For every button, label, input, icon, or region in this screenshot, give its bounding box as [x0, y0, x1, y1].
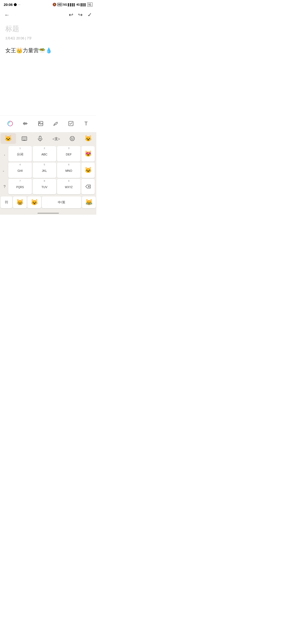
top-navigation: ← ↩ ↪ ✓	[0, 8, 96, 21]
cat-sticker-1-button[interactable]: 🐱	[1, 133, 16, 144]
keyboard-special-row: 🐱 ◁I▷	[0, 132, 96, 145]
text-format-button[interactable]: T	[81, 119, 91, 128]
symbol-key-label: 符	[5, 200, 8, 205]
back-button[interactable]: ←	[4, 12, 10, 18]
cat-sticker-2-button[interactable]: 😺	[80, 133, 96, 144]
svg-rect-20	[39, 136, 41, 139]
status-bar: 20:06 ⬟ ··· 🔕 HD 5G ▌▌▌▌ 4G ▌▌▌ 91	[0, 0, 96, 8]
punct-period-key[interactable]: 。	[1, 162, 8, 178]
key-4-ghi[interactable]: 4 GHI	[8, 162, 32, 178]
lang-switch-label: 中/英	[58, 200, 65, 205]
handwrite-button[interactable]	[51, 119, 60, 128]
emoji-button[interactable]	[64, 133, 80, 144]
cat-sticker-4-key[interactable]: 🐱	[81, 162, 95, 178]
cat-sticker-bottom-3-key[interactable]: 😹	[82, 196, 96, 208]
battery-indicator: 91	[87, 2, 93, 7]
keyboard-layout-button[interactable]	[17, 133, 32, 144]
note-area[interactable]: 标题 3月4日 20:06 | 7字 女王👑力量营🥗💧	[0, 21, 96, 57]
undo-button[interactable]: ↩	[69, 12, 73, 18]
image-button[interactable]	[36, 119, 45, 128]
battery-level: 91	[88, 3, 92, 6]
cat-sticker-bottom-1-key[interactable]: 😸	[13, 196, 27, 208]
checkbox-button[interactable]	[66, 119, 76, 128]
confirm-button[interactable]: ✓	[88, 12, 92, 18]
signal-icon: ▌▌▌▌	[68, 3, 75, 6]
note-title-placeholder[interactable]: 标题	[5, 24, 91, 33]
note-date-wordcount: 3月4日 20:06 | 7字	[5, 36, 32, 41]
svg-point-22	[70, 136, 74, 141]
note-meta: 3月4日 20:06 | 7字	[5, 36, 91, 41]
key-6-mno[interactable]: 6 MNO	[57, 162, 81, 178]
home-indicator	[37, 213, 59, 214]
tiktok-icon: ⬟	[14, 2, 17, 7]
ai-button[interactable]	[5, 119, 15, 128]
toolbar: T	[0, 115, 96, 132]
lang-switch-key[interactable]: 中/英	[42, 196, 81, 208]
hd-badge: HD	[57, 3, 62, 6]
svg-point-24	[73, 138, 73, 138]
punct-comma-key[interactable]: ,	[1, 146, 8, 162]
symbol-key[interactable]: 符	[1, 196, 12, 208]
dots-icon: ···	[18, 3, 20, 6]
cursor-select-button[interactable]: ◁I▷	[48, 133, 64, 144]
key-5-jkl[interactable]: 5 JKL	[33, 162, 56, 178]
delete-key[interactable]	[81, 179, 95, 194]
4g-icon: 4G	[76, 3, 80, 6]
5g-icon: 5G	[63, 3, 67, 6]
key-9-wxyz[interactable]: 9 WXYZ	[57, 179, 81, 194]
keyboard-bottom-row: 符 😸 😺 中/英 😹	[0, 195, 96, 209]
status-icons: 🔕 HD 5G ▌▌▌▌ 4G ▌▌▌ 91	[52, 2, 93, 7]
signal2-icon: ▌▌▌	[81, 3, 86, 6]
svg-point-23	[71, 138, 72, 138]
punct-question-key[interactable]: ?	[1, 178, 8, 194]
key-2-abc[interactable]: 2 ABC	[33, 146, 56, 162]
voice-button[interactable]	[21, 119, 30, 128]
key-1-fenci[interactable]: 1 分词	[8, 146, 32, 162]
svg-rect-10	[22, 137, 26, 141]
mic-button[interactable]	[32, 133, 48, 144]
status-time: 20:06	[4, 3, 13, 7]
note-body[interactable]: 女王👑力量营🥗💧	[5, 46, 91, 55]
vibrate-icon: 🔕	[52, 3, 56, 6]
cat-sticker-3-key[interactable]: 😻	[81, 146, 95, 162]
redo-button[interactable]: ↪	[78, 12, 83, 18]
key-7-pqrs[interactable]: 7 PQRS	[8, 179, 32, 194]
keyboard[interactable]: 🐱 ◁I▷	[0, 132, 96, 215]
key-3-def[interactable]: 3 DEF	[57, 146, 81, 162]
cat-sticker-bottom-2-key[interactable]: 😺	[27, 196, 41, 208]
key-8-tuv[interactable]: 8 TUV	[33, 179, 56, 194]
